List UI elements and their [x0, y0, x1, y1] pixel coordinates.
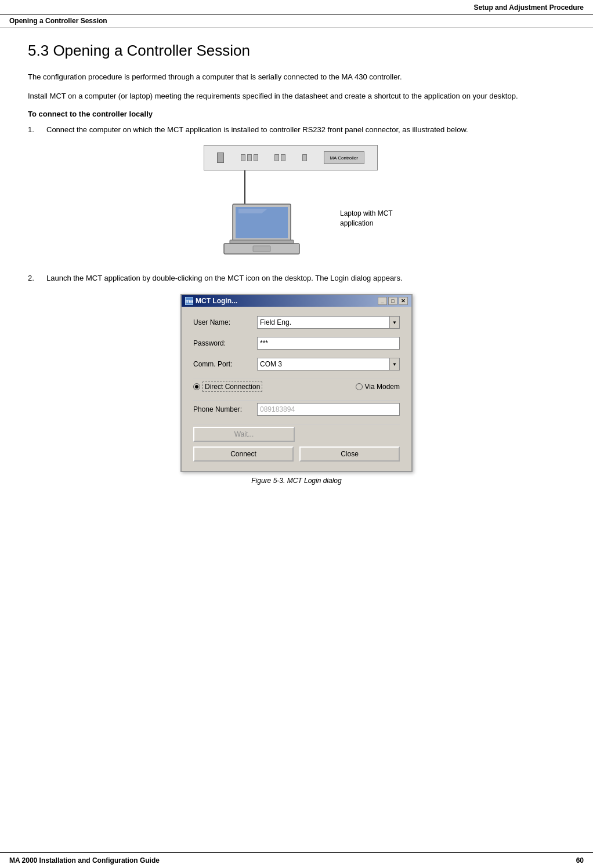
- page-footer: MA 2000 Installation and Configuration G…: [0, 852, 593, 868]
- direct-radio-button[interactable]: [193, 383, 200, 390]
- header-title: Setup and Adjustment Procedure: [473, 3, 584, 12]
- direct-connection-label: Direct Connection: [203, 382, 262, 392]
- connect-close-row: Connect Close: [193, 446, 400, 462]
- comm-port-field-group[interactable]: COM 3 ▼: [257, 358, 400, 371]
- footer-page-number: 60: [576, 856, 584, 865]
- direct-connection-radio[interactable]: Direct Connection: [193, 382, 262, 392]
- minimize-button[interactable]: _: [378, 297, 387, 305]
- controller-port-small-4: [274, 154, 279, 161]
- laptop-diagram: MA Controller: [28, 145, 565, 261]
- close-dialog-button[interactable]: Close: [299, 446, 400, 462]
- divider-2: [193, 400, 400, 401]
- dialog-container: ma MCT Login... _ □ ✕ User Name:: [28, 294, 565, 472]
- svg-rect-4: [253, 246, 270, 252]
- controller-port-small-2: [247, 154, 252, 161]
- divider-3: [193, 424, 400, 424]
- sub-heading: To connect to the controller locally: [28, 110, 565, 118]
- dialog-icon: ma: [185, 297, 193, 305]
- controller-box: MA Controller: [204, 145, 378, 170]
- maximize-button[interactable]: □: [388, 297, 397, 305]
- wait-button-row: Wait...: [193, 427, 400, 442]
- section-title: Opening a Controller Session: [53, 42, 250, 59]
- password-row: Password: ***: [193, 337, 400, 350]
- user-name-field-group[interactable]: Field Eng. ▼: [257, 316, 400, 329]
- laptop-label-line2: application: [340, 219, 373, 227]
- radio-row[interactable]: Direct Connection Via Modem: [193, 382, 400, 392]
- paragraph-1: The configuration procedure is performed…: [28, 71, 565, 83]
- sub-header-text: Opening a Controller Session: [9, 17, 107, 25]
- controller-port-small-5: [281, 154, 285, 161]
- controller-port-small-3: [254, 154, 258, 161]
- svg-rect-2: [230, 240, 294, 244]
- page-header: Setup and Adjustment Procedure: [0, 0, 593, 14]
- diagram-inner: MA Controller: [186, 145, 407, 261]
- modem-radio-button[interactable]: [356, 383, 363, 390]
- comm-port-input[interactable]: COM 3: [257, 358, 389, 371]
- paragraph-2: Install MCT on a computer (or laptop) me…: [28, 90, 565, 103]
- titlebar-left: ma MCT Login...: [185, 297, 237, 305]
- controller-text: MA Controller: [324, 151, 364, 164]
- step-2-number: 2.: [28, 273, 46, 285]
- main-content: 5.3 Opening a Controller Session The con…: [0, 28, 593, 513]
- step-1-text: Connect the computer on which the MCT ap…: [46, 124, 565, 136]
- laptop-svg: [215, 203, 331, 258]
- step-2: 2. Launch the MCT application by double-…: [28, 273, 565, 285]
- section-heading: 5.3 Opening a Controller Session: [28, 42, 565, 60]
- step-1: 1. Connect the computer on which the MCT…: [28, 124, 565, 136]
- user-name-row: User Name: Field Eng. ▼: [193, 316, 400, 329]
- controller-group-2: [274, 154, 285, 161]
- section-number: 5.3: [28, 42, 49, 59]
- via-modem-label: Via Modem: [365, 383, 400, 391]
- user-name-input[interactable]: Field Eng.: [257, 316, 389, 329]
- dialog-body: User Name: Field Eng. ▼ Password: ***: [182, 307, 411, 471]
- footer-left-text: MA 2000 Installation and Configuration G…: [9, 856, 160, 865]
- comm-port-label: Comm. Port:: [193, 360, 257, 368]
- close-window-button[interactable]: ✕: [399, 297, 408, 305]
- dialog-titlebar: ma MCT Login... _ □ ✕: [182, 295, 411, 307]
- via-modem-radio[interactable]: Via Modem: [356, 383, 400, 391]
- controller-port-small-1: [241, 154, 245, 161]
- dialog-title: MCT Login...: [196, 297, 237, 305]
- wait-button[interactable]: Wait...: [193, 427, 295, 442]
- titlebar-controls[interactable]: _ □ ✕: [378, 297, 408, 305]
- divider-1: [193, 379, 400, 379]
- laptop-label: Laptop with MCT application: [340, 209, 393, 228]
- comm-port-row: Comm. Port: COM 3 ▼: [193, 358, 400, 371]
- controller-group-1: [241, 154, 258, 161]
- step-1-number: 1.: [28, 124, 46, 136]
- sub-header: Opening a Controller Session: [0, 14, 593, 28]
- laptop-image: [215, 203, 331, 258]
- radio-dot: [195, 385, 198, 388]
- password-input[interactable]: ***: [257, 337, 400, 350]
- connect-button[interactable]: Connect: [193, 446, 294, 462]
- dialog-window: ma MCT Login... _ □ ✕ User Name:: [180, 294, 413, 472]
- step-2-text: Launch the MCT application by double-cli…: [46, 273, 565, 285]
- figure-caption: Figure 5-3. MCT Login dialog: [28, 477, 565, 485]
- controller-port-2: [302, 154, 307, 161]
- user-name-dropdown[interactable]: ▼: [389, 316, 400, 329]
- user-name-label: User Name:: [193, 318, 257, 326]
- comm-port-dropdown[interactable]: ▼: [389, 358, 400, 371]
- password-label: Password:: [193, 339, 257, 347]
- laptop-label-line1: Laptop with MCT: [340, 209, 393, 217]
- controller-port-1: [217, 152, 224, 163]
- phone-input[interactable]: 089183894: [257, 403, 400, 416]
- phone-number-row: Phone Number: 089183894: [193, 403, 400, 416]
- phone-label: Phone Number:: [193, 405, 257, 413]
